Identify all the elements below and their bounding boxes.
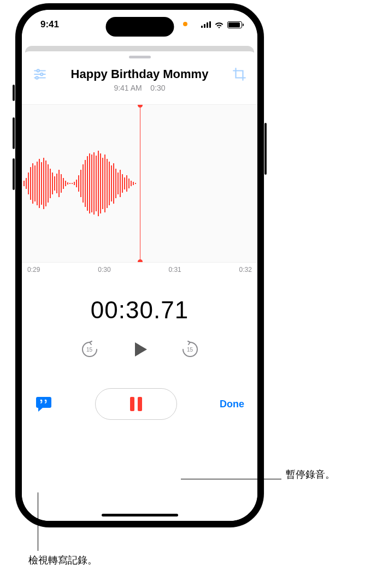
time-ruler: 0:29 0:30 0:31 0:32 [22, 263, 257, 274]
ruler-tick: 0:31 [168, 266, 181, 274]
dynamic-island [105, 17, 174, 37]
iphone-frame: 9:41 [15, 3, 264, 527]
ruler-tick: 0:32 [239, 266, 252, 274]
cellular-signal-icon [201, 21, 211, 28]
transcript-icon[interactable] [35, 396, 52, 412]
svg-point-3 [40, 73, 43, 75]
done-button[interactable]: Done [220, 399, 244, 410]
home-indicator[interactable] [102, 514, 178, 516]
trim-icon[interactable] [232, 67, 246, 81]
phone-volume-down [13, 158, 15, 190]
playhead-indicator[interactable] [140, 105, 140, 262]
status-time: 9:41 [40, 19, 59, 30]
microphone-indicator-dot [183, 22, 187, 26]
pause-icon [130, 397, 142, 411]
status-bar: 9:41 [22, 10, 257, 39]
phone-volume-up [13, 117, 15, 149]
elapsed-timer: 00:30.71 [22, 296, 257, 324]
waveform-graphic [22, 142, 140, 224]
phone-silent-switch [13, 85, 15, 101]
svg-point-1 [37, 69, 39, 72]
pause-recording-button[interactable] [95, 388, 177, 420]
recording-title[interactable]: Happy Birthday Mommy [47, 67, 232, 81]
phone-side-button [264, 123, 267, 175]
callout-line-transcript [38, 492, 38, 551]
ruler-tick: 0:29 [27, 266, 40, 274]
battery-icon [227, 21, 242, 28]
waveform-display[interactable] [22, 104, 257, 263]
svg-point-59 [45, 400, 46, 401]
recording-subtitle: 9:41 AM 0:30 [47, 84, 232, 92]
ruler-tick: 0:30 [98, 266, 110, 274]
wifi-icon [214, 21, 224, 28]
playback-controls: 15 15 [22, 339, 257, 360]
recording-sheet: Happy Birthday Mommy 9:41 AM 0:30 [22, 51, 257, 521]
callout-line-pause [181, 479, 281, 479]
play-button[interactable] [129, 339, 150, 360]
skip-back-15-button[interactable]: 15 [80, 340, 99, 359]
callout-pause-label: 暫停錄音。 [286, 468, 335, 481]
skip-forward-15-button[interactable]: 15 [181, 340, 199, 359]
svg-point-5 [36, 76, 38, 79]
callout-transcript-label: 檢視轉寫記錄。 [28, 554, 97, 567]
playback-settings-icon[interactable] [33, 67, 47, 81]
svg-point-58 [40, 400, 42, 401]
